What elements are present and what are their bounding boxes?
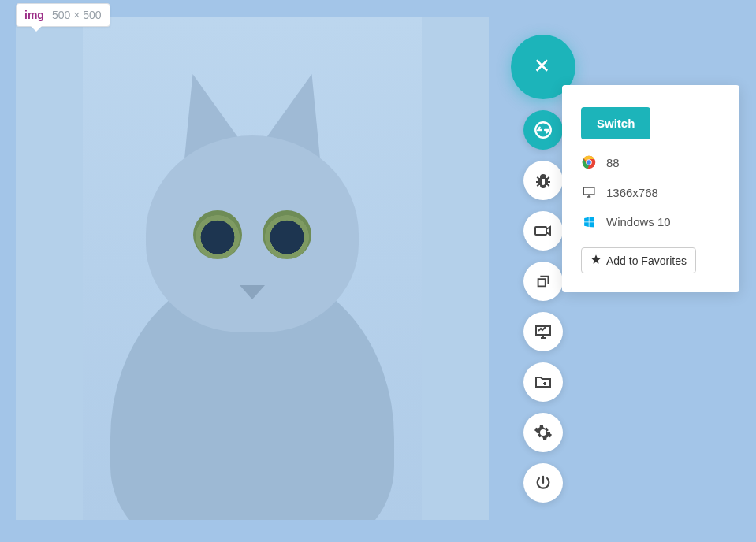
favorites-label: Add to Favorites <box>606 254 687 267</box>
close-icon <box>533 57 553 77</box>
monitor-icon <box>581 185 597 199</box>
switch-session-button[interactable] <box>523 110 563 150</box>
placeholder-image <box>83 17 422 520</box>
resolution-info-row: 1366x768 <box>581 185 721 199</box>
end-session-button[interactable] <box>523 463 563 503</box>
switch-icon <box>533 120 553 140</box>
gear-icon <box>534 423 553 442</box>
element-tooltip: img 500 × 500 <box>16 3 110 27</box>
star-icon <box>590 254 601 267</box>
os-info-row: Windows 10 <box>581 215 721 228</box>
os-text: Windows 10 <box>606 215 671 228</box>
bug-icon <box>534 171 553 190</box>
bug-report-button[interactable] <box>523 161 563 200</box>
record-video-button[interactable] <box>523 211 563 251</box>
element-dimensions: 500 × 500 <box>52 9 102 21</box>
copy-icon <box>534 273 552 290</box>
switch-button[interactable]: Switch <box>581 107 650 139</box>
settings-button[interactable] <box>523 413 563 452</box>
add-to-favorites-button[interactable]: Add to Favorites <box>581 247 696 273</box>
switch-panel: Switch 88 1366x768 Windows 10 Add to Fav… <box>562 85 739 292</box>
device-icon <box>534 322 553 341</box>
browser-info-row: 88 <box>581 155 721 169</box>
screenshot-button[interactable] <box>523 262 563 301</box>
svg-point-3 <box>587 160 591 165</box>
image-canvas <box>16 17 489 520</box>
power-icon <box>534 474 552 492</box>
folder-icon <box>534 373 553 392</box>
video-icon <box>534 221 553 240</box>
resolution-text: 1366x768 <box>606 186 658 199</box>
windows-icon <box>581 215 597 228</box>
element-tag: img <box>24 9 44 21</box>
device-view-button[interactable] <box>523 312 563 351</box>
browser-version-text: 88 <box>606 156 620 169</box>
chrome-icon <box>581 155 597 169</box>
files-button[interactable] <box>523 362 563 402</box>
